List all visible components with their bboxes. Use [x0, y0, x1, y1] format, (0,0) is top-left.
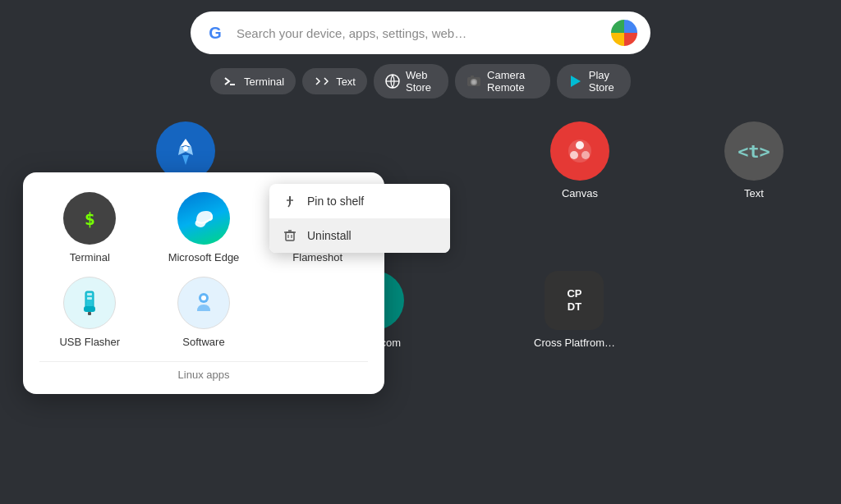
terminal-quick-icon: [222, 73, 238, 89]
terminal-icon: $: [63, 192, 116, 245]
flameshot-label: Flameshot: [292, 251, 342, 263]
play-store-quick-icon: [568, 73, 583, 89]
software-icon: [177, 277, 230, 329]
svg-point-10: [576, 141, 584, 149]
terminal-label: Terminal: [70, 251, 110, 263]
svg-line-23: [288, 204, 290, 207]
linux-app-edge[interactable]: Microsoft Edge: [154, 192, 255, 263]
quick-label-camera-remote: Camera Remote: [487, 69, 539, 94]
app-text[interactable]: <t> Text: [724, 121, 784, 199]
linux-app-usb-flasher[interactable]: USB Flasher: [39, 277, 140, 348]
text-app-label: Text: [744, 187, 764, 199]
canvas-label: Canvas: [562, 187, 598, 199]
uninstall-label: Uninstall: [307, 229, 352, 242]
svg-rect-6: [471, 76, 474, 78]
context-menu: Pin to shelf Uninstall: [269, 184, 450, 253]
pin-to-shelf-label: Pin to shelf: [307, 195, 364, 208]
svg-point-11: [570, 151, 578, 159]
svg-rect-15: [87, 293, 92, 296]
camera-remote-quick-icon: [466, 73, 481, 89]
svg-rect-17: [84, 306, 95, 312]
pin-icon: [283, 194, 297, 208]
svg-marker-7: [571, 76, 581, 87]
canvas-icon: [550, 121, 609, 181]
svg-rect-24: [286, 232, 294, 241]
text-app-icon: <t>: [724, 121, 784, 181]
quick-item-webstore[interactable]: Web Store: [374, 64, 448, 99]
edge-icon: [177, 192, 230, 245]
linux-section-label: Linux apps: [39, 361, 368, 381]
svg-rect-16: [87, 297, 92, 300]
search-placeholder: Search your device, apps, settings, web…: [237, 26, 601, 40]
context-menu-item-uninstall[interactable]: Uninstall: [269, 218, 450, 253]
software-label: Software: [182, 336, 224, 348]
svg-point-12: [581, 151, 590, 159]
quick-label-play-store: Play Store: [589, 69, 619, 94]
text-quick-icon: [314, 73, 330, 89]
quick-item-text[interactable]: Text: [302, 68, 367, 94]
svg-rect-18: [88, 312, 91, 315]
quick-launch-bar: Terminal Text Web Store: [210, 64, 631, 99]
google-dots-icon: [611, 20, 637, 46]
usb-flasher-label: USB Flasher: [59, 336, 120, 348]
svg-point-20: [201, 296, 206, 300]
linux-app-software[interactable]: Software: [154, 277, 255, 348]
usb-flasher-icon: [63, 277, 116, 329]
quick-label-text: Text: [336, 76, 356, 88]
linux-app-terminal[interactable]: $ Terminal: [39, 192, 140, 263]
quick-label-webstore: Web Store: [406, 69, 437, 94]
webstore-quick-icon: [385, 73, 400, 89]
quick-item-camera-remote[interactable]: Camera Remote: [455, 64, 550, 99]
app-canvas[interactable]: Canvas: [550, 121, 609, 199]
quick-label-terminal: Terminal: [244, 76, 284, 88]
quick-item-play-store[interactable]: Play Store: [557, 64, 631, 99]
trash-icon: [283, 228, 297, 243]
cpdt-icon: CPDT: [545, 271, 604, 330]
quick-item-terminal[interactable]: Terminal: [210, 68, 296, 94]
context-menu-item-pin[interactable]: Pin to shelf: [269, 184, 450, 218]
cpdt-label: Cross Platfrom…: [534, 337, 615, 349]
svg-point-5: [472, 80, 476, 85]
edge-label: Microsoft Edge: [168, 251, 240, 263]
svg-point-8: [183, 146, 188, 151]
google-logo: G: [204, 21, 227, 44]
search-bar[interactable]: G Search your device, apps, settings, we…: [191, 11, 650, 54]
app-cpdt[interactable]: CPDT Cross Platfrom…: [534, 271, 615, 349]
